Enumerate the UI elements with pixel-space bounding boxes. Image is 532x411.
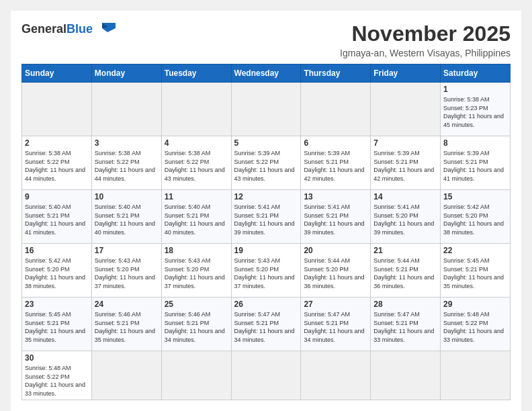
month-title: November 2025 <box>340 21 511 46</box>
table-row: 8Sunrise: 5:39 AMSunset: 5:21 PMDaylight… <box>441 136 511 190</box>
header-sunday: Sunday <box>22 64 92 83</box>
table-row: 11Sunrise: 5:40 AMSunset: 5:21 PMDayligh… <box>161 190 231 244</box>
logo-general: General <box>21 22 66 36</box>
location: Igmaya-an, Western Visayas, Philippines <box>340 48 511 58</box>
table-row <box>161 351 231 400</box>
logo-blue: Blue <box>66 22 93 36</box>
table-row: 20Sunrise: 5:44 AMSunset: 5:20 PMDayligh… <box>301 244 371 298</box>
table-row <box>91 351 161 400</box>
table-row <box>231 351 301 400</box>
title-block: November 2025 Igmaya-an, Western Visayas… <box>340 21 511 58</box>
table-row <box>441 351 511 400</box>
header-thursday: Thursday <box>301 64 371 83</box>
table-row <box>91 83 161 136</box>
table-row: 12Sunrise: 5:41 AMSunset: 5:21 PMDayligh… <box>231 190 301 244</box>
table-row <box>231 83 301 136</box>
table-row: 25Sunrise: 5:46 AMSunset: 5:21 PMDayligh… <box>161 298 231 351</box>
header-wednesday: Wednesday <box>231 64 301 83</box>
table-row: 18Sunrise: 5:43 AMSunset: 5:20 PMDayligh… <box>161 244 231 298</box>
table-row: 1Sunrise: 5:38 AMSunset: 5:23 PMDaylight… <box>441 83 511 136</box>
table-row: 17Sunrise: 5:43 AMSunset: 5:20 PMDayligh… <box>91 244 161 298</box>
table-row: 9Sunrise: 5:40 AMSunset: 5:21 PMDaylight… <box>22 190 92 244</box>
table-row: 14Sunrise: 5:41 AMSunset: 5:20 PMDayligh… <box>371 190 441 244</box>
header-friday: Friday <box>371 64 441 83</box>
table-row <box>371 351 441 400</box>
header-saturday: Saturday <box>441 64 511 83</box>
table-row: 22Sunrise: 5:45 AMSunset: 5:21 PMDayligh… <box>441 244 511 298</box>
table-row: 26Sunrise: 5:47 AMSunset: 5:21 PMDayligh… <box>231 298 301 351</box>
table-row: 27Sunrise: 5:47 AMSunset: 5:21 PMDayligh… <box>301 298 371 351</box>
table-row <box>371 83 441 136</box>
table-row: 29Sunrise: 5:48 AMSunset: 5:22 PMDayligh… <box>441 298 511 351</box>
header-tuesday: Tuesday <box>161 64 231 83</box>
table-row <box>301 351 371 400</box>
table-row: 28Sunrise: 5:47 AMSunset: 5:21 PMDayligh… <box>371 298 441 351</box>
table-row: 13Sunrise: 5:41 AMSunset: 5:21 PMDayligh… <box>301 190 371 244</box>
header-monday: Monday <box>91 64 161 83</box>
table-row <box>161 83 231 136</box>
table-row: 30Sunrise: 5:48 AMSunset: 5:22 PMDayligh… <box>22 351 92 400</box>
table-row <box>301 83 371 136</box>
table-row: 24Sunrise: 5:46 AMSunset: 5:21 PMDayligh… <box>91 298 161 351</box>
table-row: 19Sunrise: 5:43 AMSunset: 5:20 PMDayligh… <box>231 244 301 298</box>
table-row: 21Sunrise: 5:44 AMSunset: 5:21 PMDayligh… <box>371 244 441 298</box>
table-row <box>22 83 92 136</box>
table-row: 10Sunrise: 5:40 AMSunset: 5:21 PMDayligh… <box>91 190 161 244</box>
table-row: 2Sunrise: 5:38 AMSunset: 5:22 PMDaylight… <box>22 136 92 190</box>
table-row: 6Sunrise: 5:39 AMSunset: 5:21 PMDaylight… <box>301 136 371 190</box>
table-row: 15Sunrise: 5:42 AMSunset: 5:20 PMDayligh… <box>441 190 511 244</box>
table-row: 4Sunrise: 5:38 AMSunset: 5:22 PMDaylight… <box>161 136 231 190</box>
table-row: 16Sunrise: 5:42 AMSunset: 5:20 PMDayligh… <box>22 244 92 298</box>
table-row: 5Sunrise: 5:39 AMSunset: 5:22 PMDaylight… <box>231 136 301 190</box>
logo: GeneralBlue <box>21 21 118 36</box>
calendar-table: Sunday Monday Tuesday Wednesday Thursday… <box>21 64 511 400</box>
table-row: 7Sunrise: 5:39 AMSunset: 5:21 PMDaylight… <box>371 136 441 190</box>
table-row: 3Sunrise: 5:38 AMSunset: 5:22 PMDaylight… <box>91 136 161 190</box>
table-row: 23Sunrise: 5:45 AMSunset: 5:21 PMDayligh… <box>22 298 92 351</box>
